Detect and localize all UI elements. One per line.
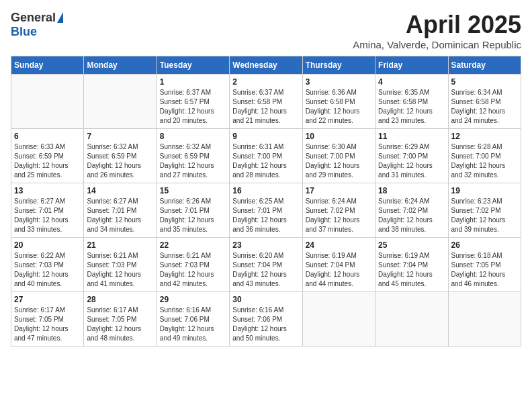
day-info-13: Sunrise: 6:27 AMSunset: 7:01 PMDaylight:…	[14, 197, 81, 234]
day-number-19: 19	[451, 186, 518, 195]
calendar-day-4: 4Sunrise: 6:35 AMSunset: 6:58 PMDaylight…	[375, 75, 448, 129]
logo-triangle-icon	[57, 12, 63, 23]
day-info-18: Sunrise: 6:24 AMSunset: 7:02 PMDaylight:…	[378, 197, 445, 234]
day-info-24: Sunrise: 6:19 AMSunset: 7:04 PMDaylight:…	[306, 251, 372, 289]
header-thursday: Thursday	[302, 56, 375, 75]
calendar-day-11: 11Sunrise: 6:29 AMSunset: 7:00 PMDayligh…	[375, 129, 448, 183]
day-number-12: 12	[451, 132, 518, 141]
header: General Blue April 2025 Amina, Valverde,…	[11, 11, 521, 50]
day-number-18: 18	[378, 186, 445, 195]
day-number-24: 24	[306, 240, 372, 250]
calendar-day-9: 9Sunrise: 6:31 AMSunset: 7:00 PMDaylight…	[230, 129, 302, 183]
calendar-empty	[84, 75, 157, 129]
calendar-week-4: 20Sunrise: 6:22 AMSunset: 7:03 PMDayligh…	[11, 238, 521, 292]
calendar-day-16: 16Sunrise: 6:25 AMSunset: 7:01 PMDayligh…	[230, 183, 302, 238]
calendar-day-22: 22Sunrise: 6:21 AMSunset: 7:03 PMDayligh…	[157, 238, 229, 292]
calendar-day-13: 13Sunrise: 6:27 AMSunset: 7:01 PMDayligh…	[11, 183, 84, 238]
day-info-5: Sunrise: 6:34 AMSunset: 6:58 PMDaylight:…	[451, 88, 518, 126]
day-info-1: Sunrise: 6:37 AMSunset: 6:57 PMDaylight:…	[160, 88, 226, 126]
calendar-day-25: 25Sunrise: 6:19 AMSunset: 7:04 PMDayligh…	[375, 238, 448, 292]
calendar-week-5: 27Sunrise: 6:17 AMSunset: 7:05 PMDayligh…	[11, 292, 521, 347]
day-number-8: 8	[160, 132, 226, 141]
calendar-location: Amina, Valverde, Dominican Republic	[353, 39, 521, 50]
calendar-day-7: 7Sunrise: 6:32 AMSunset: 6:59 PMDaylight…	[84, 129, 157, 183]
day-info-8: Sunrise: 6:32 AMSunset: 6:59 PMDaylight:…	[160, 142, 226, 180]
header-tuesday: Tuesday	[157, 56, 229, 75]
header-monday: Monday	[84, 56, 157, 75]
calendar-day-30: 30Sunrise: 6:16 AMSunset: 7:06 PMDayligh…	[230, 292, 302, 347]
calendar-day-23: 23Sunrise: 6:20 AMSunset: 7:04 PMDayligh…	[230, 238, 302, 292]
day-info-17: Sunrise: 6:24 AMSunset: 7:02 PMDaylight:…	[306, 197, 372, 234]
day-number-27: 27	[14, 295, 81, 304]
day-info-20: Sunrise: 6:22 AMSunset: 7:03 PMDaylight:…	[14, 251, 81, 289]
day-info-27: Sunrise: 6:17 AMSunset: 7:05 PMDaylight:…	[14, 306, 81, 343]
day-info-25: Sunrise: 6:19 AMSunset: 7:04 PMDaylight:…	[378, 251, 445, 289]
day-info-30: Sunrise: 6:16 AMSunset: 7:06 PMDaylight:…	[232, 306, 299, 343]
calendar-day-18: 18Sunrise: 6:24 AMSunset: 7:02 PMDayligh…	[375, 183, 448, 238]
calendar-week-3: 13Sunrise: 6:27 AMSunset: 7:01 PMDayligh…	[11, 183, 521, 238]
calendar-empty	[375, 292, 448, 347]
calendar-day-5: 5Sunrise: 6:34 AMSunset: 6:58 PMDaylight…	[448, 75, 521, 129]
day-info-29: Sunrise: 6:16 AMSunset: 7:06 PMDaylight:…	[160, 306, 226, 343]
calendar-day-14: 14Sunrise: 6:27 AMSunset: 7:01 PMDayligh…	[84, 183, 157, 238]
calendar-header-row: Sunday Monday Tuesday Wednesday Thursday…	[11, 56, 521, 75]
day-info-10: Sunrise: 6:30 AMSunset: 7:00 PMDaylight:…	[306, 142, 372, 180]
calendar-day-19: 19Sunrise: 6:23 AMSunset: 7:02 PMDayligh…	[448, 183, 521, 238]
day-number-6: 6	[14, 132, 81, 141]
day-number-17: 17	[306, 186, 372, 195]
calendar-week-2: 6Sunrise: 6:33 AMSunset: 6:59 PMDaylight…	[11, 129, 521, 183]
calendar-empty	[448, 292, 521, 347]
calendar-day-15: 15Sunrise: 6:26 AMSunset: 7:01 PMDayligh…	[157, 183, 229, 238]
day-info-26: Sunrise: 6:18 AMSunset: 7:05 PMDaylight:…	[451, 251, 518, 289]
header-friday: Friday	[375, 56, 448, 75]
calendar-day-3: 3Sunrise: 6:36 AMSunset: 6:58 PMDaylight…	[302, 75, 375, 129]
day-number-1: 1	[160, 77, 226, 87]
calendar-day-21: 21Sunrise: 6:21 AMSunset: 7:03 PMDayligh…	[84, 238, 157, 292]
day-number-16: 16	[232, 186, 299, 195]
day-number-11: 11	[378, 132, 445, 141]
day-info-28: Sunrise: 6:17 AMSunset: 7:05 PMDaylight:…	[87, 306, 153, 343]
day-number-5: 5	[451, 77, 518, 87]
day-number-7: 7	[87, 132, 153, 141]
calendar-day-17: 17Sunrise: 6:24 AMSunset: 7:02 PMDayligh…	[302, 183, 375, 238]
day-number-28: 28	[87, 295, 153, 304]
logo-general: General	[11, 11, 56, 25]
day-info-4: Sunrise: 6:35 AMSunset: 6:58 PMDaylight:…	[378, 88, 445, 126]
calendar-empty	[11, 75, 84, 129]
header-sunday: Sunday	[11, 56, 84, 75]
day-number-26: 26	[451, 240, 518, 250]
day-number-4: 4	[378, 77, 445, 87]
day-info-22: Sunrise: 6:21 AMSunset: 7:03 PMDaylight:…	[160, 251, 226, 289]
day-info-3: Sunrise: 6:36 AMSunset: 6:58 PMDaylight:…	[306, 88, 372, 126]
day-number-23: 23	[232, 240, 299, 250]
calendar-day-12: 12Sunrise: 6:28 AMSunset: 7:00 PMDayligh…	[448, 129, 521, 183]
calendar-day-27: 27Sunrise: 6:17 AMSunset: 7:05 PMDayligh…	[11, 292, 84, 347]
calendar-day-2: 2Sunrise: 6:37 AMSunset: 6:58 PMDaylight…	[230, 75, 302, 129]
calendar-week-1: 1Sunrise: 6:37 AMSunset: 6:57 PMDaylight…	[11, 75, 521, 129]
day-number-22: 22	[160, 240, 226, 250]
day-number-30: 30	[232, 295, 299, 304]
logo-blue: Blue	[11, 25, 37, 38]
day-number-13: 13	[14, 186, 81, 195]
day-number-2: 2	[232, 77, 299, 87]
calendar-day-24: 24Sunrise: 6:19 AMSunset: 7:04 PMDayligh…	[302, 238, 375, 292]
day-info-12: Sunrise: 6:28 AMSunset: 7:00 PMDaylight:…	[451, 142, 518, 180]
day-info-14: Sunrise: 6:27 AMSunset: 7:01 PMDaylight:…	[87, 197, 153, 234]
day-number-20: 20	[14, 240, 81, 250]
header-wednesday: Wednesday	[230, 56, 302, 75]
calendar-day-20: 20Sunrise: 6:22 AMSunset: 7:03 PMDayligh…	[11, 238, 84, 292]
day-info-6: Sunrise: 6:33 AMSunset: 6:59 PMDaylight:…	[14, 142, 81, 180]
header-saturday: Saturday	[448, 56, 521, 75]
day-info-9: Sunrise: 6:31 AMSunset: 7:00 PMDaylight:…	[232, 142, 299, 180]
day-info-19: Sunrise: 6:23 AMSunset: 7:02 PMDaylight:…	[451, 197, 518, 234]
calendar-title: April 2025	[353, 11, 521, 39]
day-info-23: Sunrise: 6:20 AMSunset: 7:04 PMDaylight:…	[232, 251, 299, 289]
day-info-21: Sunrise: 6:21 AMSunset: 7:03 PMDaylight:…	[87, 251, 153, 289]
calendar-day-1: 1Sunrise: 6:37 AMSunset: 6:57 PMDaylight…	[157, 75, 229, 129]
day-number-9: 9	[232, 132, 299, 141]
day-number-25: 25	[378, 240, 445, 250]
calendar-empty	[302, 292, 375, 347]
day-number-14: 14	[87, 186, 153, 195]
calendar-day-6: 6Sunrise: 6:33 AMSunset: 6:59 PMDaylight…	[11, 129, 84, 183]
day-info-15: Sunrise: 6:26 AMSunset: 7:01 PMDaylight:…	[160, 197, 226, 234]
